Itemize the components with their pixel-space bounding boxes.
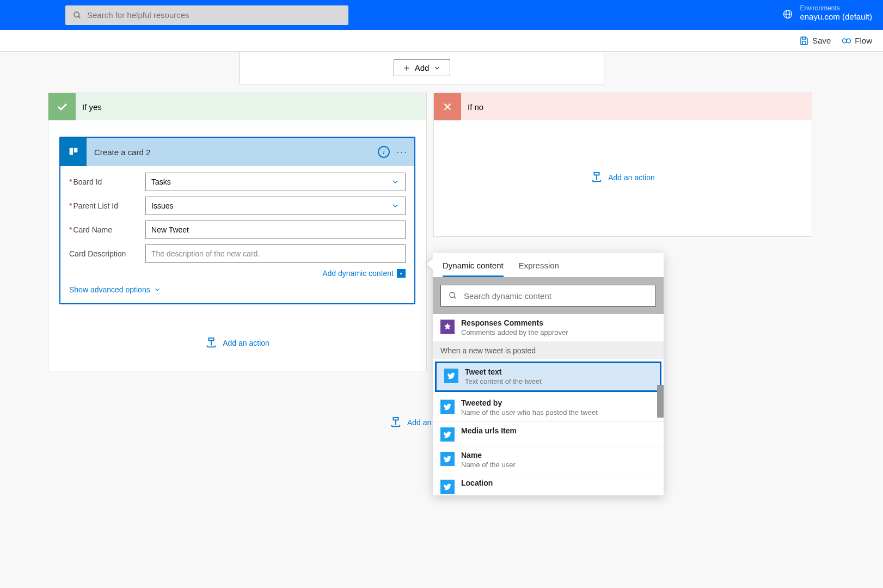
card-name-input[interactable]: New Tweet — [145, 220, 406, 239]
search-icon — [449, 291, 457, 300]
svg-point-0 — [74, 12, 79, 17]
info-icon[interactable]: i — [378, 146, 390, 158]
chevron-down-icon — [154, 286, 161, 293]
flow-canvas: Add If yes Create a card 2 i ··· — [0, 52, 883, 588]
dc-item-desc: Name of the user — [461, 461, 516, 469]
tab-expression[interactable]: Expression — [519, 261, 559, 277]
trello-icon — [60, 138, 87, 166]
board-id-label: Board Id — [69, 177, 145, 186]
dc-item-title: Tweet text — [465, 367, 542, 376]
top-bar: Environments enayu.com (default) — [0, 0, 883, 30]
check-icon — [48, 93, 76, 120]
trello-create-card-action[interactable]: Create a card 2 i ··· Board Id Tasks Par… — [59, 137, 415, 304]
chevron-down-icon — [391, 201, 400, 210]
popup-pointer — [426, 259, 433, 270]
dc-item-desc: Comments added by the approver — [461, 328, 568, 336]
dc-item-name[interactable]: Name Name of the user — [433, 446, 664, 474]
condition-block: Add — [240, 52, 604, 84]
parent-list-id-label: Parent List Id — [69, 201, 145, 210]
search-input[interactable] — [87, 10, 341, 20]
flow-checker-icon — [842, 36, 851, 46]
twitter-icon — [440, 400, 455, 414]
add-action-no-button[interactable]: Add an action — [591, 171, 655, 183]
search-icon — [73, 11, 82, 20]
parent-list-id-select[interactable]: Issues — [145, 197, 406, 215]
dynamic-search-input[interactable] — [464, 291, 648, 301]
dc-item-title: Location — [461, 479, 493, 487]
dc-group-header: When a new tweet is posted — [433, 342, 664, 359]
dynamic-content-popup: Dynamic content Expression Responses Com… — [433, 253, 664, 495]
twitter-icon — [440, 452, 455, 466]
if-no-branch: If no Add an action — [433, 93, 812, 237]
if-yes-header: If yes — [48, 93, 426, 120]
dc-item-title: Responses Comments — [461, 318, 568, 327]
add-step-icon — [591, 171, 603, 183]
svg-rect-26 — [393, 418, 398, 420]
svg-point-8 — [847, 39, 851, 43]
environment-picker[interactable]: Environments enayu.com (default) — [782, 4, 872, 22]
close-icon — [434, 93, 461, 120]
twitter-icon — [440, 427, 455, 442]
save-button[interactable]: Save — [799, 36, 831, 46]
global-search[interactable] — [65, 5, 348, 25]
action-title: Create a card 2 — [87, 148, 378, 157]
dc-item-media-urls[interactable]: Media urls Item — [433, 422, 664, 446]
tab-dynamic-content[interactable]: Dynamic content — [443, 261, 504, 277]
svg-line-32 — [454, 297, 456, 298]
svg-line-1 — [78, 16, 80, 18]
svg-rect-5 — [802, 37, 806, 39]
dc-item-desc: Name of the user who has posted the twee… — [461, 408, 598, 416]
plus-icon — [403, 64, 410, 72]
command-bar: Save Flow — [0, 30, 883, 52]
env-label: Environments — [800, 4, 872, 12]
card-description-input[interactable]: The description of the new card. — [145, 244, 406, 263]
scrollbar-thumb[interactable] — [657, 385, 664, 418]
action-menu-button[interactable]: ··· — [396, 146, 408, 158]
svg-rect-13 — [74, 148, 77, 152]
svg-rect-12 — [70, 148, 73, 155]
if-yes-branch: If yes Create a card 2 i ··· Board Id — [48, 93, 427, 371]
approval-icon — [440, 320, 455, 334]
add-step-icon — [390, 416, 402, 428]
condition-add-button[interactable]: Add — [394, 59, 451, 76]
expand-icon: ▪ — [397, 269, 406, 278]
dc-item-title: Media urls Item — [461, 426, 517, 435]
card-name-label: Card Name — [69, 225, 145, 234]
card-description-label: Card Description — [69, 249, 145, 258]
env-value: enayu.com (default) — [800, 12, 872, 21]
add-action-bottom-button[interactable]: Add an a — [390, 416, 438, 428]
flow-checker-button[interactable]: Flow — [842, 36, 872, 46]
dc-item-responses-comments[interactable]: Responses Comments Comments added by the… — [433, 314, 664, 342]
dc-item-location[interactable]: Location — [433, 474, 664, 495]
board-id-select[interactable]: Tasks — [145, 173, 406, 191]
dc-item-tweeted-by[interactable]: Tweeted by Name of the user who has post… — [433, 394, 664, 422]
dynamic-content-search[interactable] — [440, 285, 656, 307]
svg-rect-6 — [802, 41, 806, 44]
dc-item-title: Name — [461, 451, 516, 460]
svg-point-31 — [450, 292, 455, 297]
twitter-icon — [440, 480, 455, 494]
if-no-header: If no — [434, 93, 812, 120]
dc-item-tweet-text[interactable]: Tweet text Text content of the tweet — [435, 362, 661, 392]
svg-rect-21 — [594, 173, 599, 175]
add-dynamic-content-link[interactable]: Add dynamic content ▪ — [322, 269, 406, 278]
globe-icon — [782, 9, 793, 20]
add-step-icon — [205, 337, 217, 349]
chevron-down-icon — [391, 177, 400, 186]
action-header[interactable]: Create a card 2 i ··· — [60, 138, 414, 166]
dynamic-content-list[interactable]: Responses Comments Comments added by the… — [433, 314, 664, 495]
dc-item-title: Tweeted by — [461, 399, 598, 407]
save-icon — [799, 36, 809, 46]
add-action-yes-button[interactable]: Add an action — [205, 337, 269, 349]
dc-item-desc: Text content of the tweet — [465, 377, 542, 385]
twitter-icon — [444, 369, 458, 383]
svg-rect-14 — [209, 338, 214, 341]
chevron-down-icon — [433, 64, 441, 72]
show-advanced-options-link[interactable]: Show advanced options — [69, 285, 161, 294]
svg-point-7 — [843, 39, 847, 43]
